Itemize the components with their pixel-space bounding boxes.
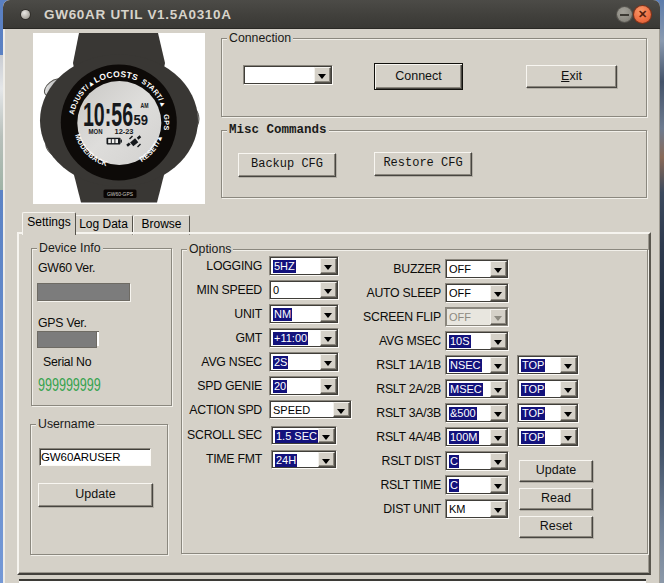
svg-text:GPS: GPS xyxy=(162,114,172,131)
svg-text:AM: AM xyxy=(141,101,149,110)
svg-text:GW60-GPS: GW60-GPS xyxy=(107,192,133,197)
svg-text:59: 59 xyxy=(134,112,149,128)
svg-text:MON: MON xyxy=(89,127,103,136)
svg-text:12-23: 12-23 xyxy=(115,127,134,136)
